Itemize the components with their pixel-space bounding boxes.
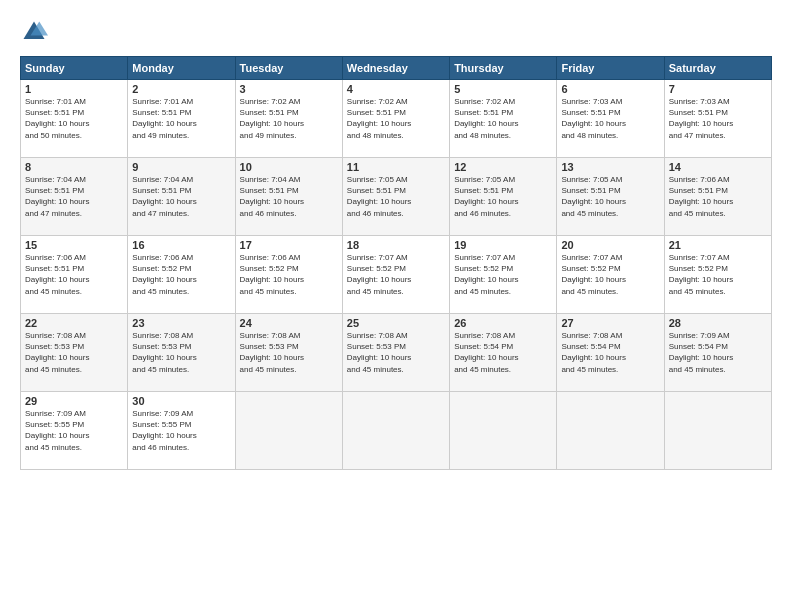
calendar-day: 5Sunrise: 7:02 AM Sunset: 5:51 PM Daylig…	[450, 80, 557, 158]
calendar-day: 22Sunrise: 7:08 AM Sunset: 5:53 PM Dayli…	[21, 314, 128, 392]
day-number: 4	[347, 83, 445, 95]
day-number: 23	[132, 317, 230, 329]
day-info: Sunrise: 7:08 AM Sunset: 5:53 PM Dayligh…	[240, 330, 338, 375]
logo-icon	[20, 18, 48, 46]
page: SundayMondayTuesdayWednesdayThursdayFrid…	[0, 0, 792, 612]
calendar-day: 12Sunrise: 7:05 AM Sunset: 5:51 PM Dayli…	[450, 158, 557, 236]
day-number: 12	[454, 161, 552, 173]
day-number: 18	[347, 239, 445, 251]
weekday-header: Saturday	[664, 57, 771, 80]
day-info: Sunrise: 7:08 AM Sunset: 5:53 PM Dayligh…	[347, 330, 445, 375]
calendar-body: 1Sunrise: 7:01 AM Sunset: 5:51 PM Daylig…	[21, 80, 772, 470]
calendar-day: 13Sunrise: 7:05 AM Sunset: 5:51 PM Dayli…	[557, 158, 664, 236]
day-number: 16	[132, 239, 230, 251]
calendar-week-row: 15Sunrise: 7:06 AM Sunset: 5:51 PM Dayli…	[21, 236, 772, 314]
calendar-day: 18Sunrise: 7:07 AM Sunset: 5:52 PM Dayli…	[342, 236, 449, 314]
day-info: Sunrise: 7:07 AM Sunset: 5:52 PM Dayligh…	[347, 252, 445, 297]
day-info: Sunrise: 7:05 AM Sunset: 5:51 PM Dayligh…	[561, 174, 659, 219]
calendar-day: 29Sunrise: 7:09 AM Sunset: 5:55 PM Dayli…	[21, 392, 128, 470]
day-info: Sunrise: 7:03 AM Sunset: 5:51 PM Dayligh…	[561, 96, 659, 141]
calendar-day: 24Sunrise: 7:08 AM Sunset: 5:53 PM Dayli…	[235, 314, 342, 392]
day-info: Sunrise: 7:05 AM Sunset: 5:51 PM Dayligh…	[347, 174, 445, 219]
calendar-week-row: 29Sunrise: 7:09 AM Sunset: 5:55 PM Dayli…	[21, 392, 772, 470]
calendar-day: 28Sunrise: 7:09 AM Sunset: 5:54 PM Dayli…	[664, 314, 771, 392]
calendar-day: 6Sunrise: 7:03 AM Sunset: 5:51 PM Daylig…	[557, 80, 664, 158]
day-number: 29	[25, 395, 123, 407]
calendar-day: 23Sunrise: 7:08 AM Sunset: 5:53 PM Dayli…	[128, 314, 235, 392]
day-number: 26	[454, 317, 552, 329]
day-number: 5	[454, 83, 552, 95]
day-number: 24	[240, 317, 338, 329]
day-number: 2	[132, 83, 230, 95]
day-number: 14	[669, 161, 767, 173]
weekday-header: Thursday	[450, 57, 557, 80]
calendar-day: 8Sunrise: 7:04 AM Sunset: 5:51 PM Daylig…	[21, 158, 128, 236]
calendar-day: 15Sunrise: 7:06 AM Sunset: 5:51 PM Dayli…	[21, 236, 128, 314]
day-info: Sunrise: 7:04 AM Sunset: 5:51 PM Dayligh…	[25, 174, 123, 219]
day-info: Sunrise: 7:09 AM Sunset: 5:54 PM Dayligh…	[669, 330, 767, 375]
day-info: Sunrise: 7:02 AM Sunset: 5:51 PM Dayligh…	[454, 96, 552, 141]
calendar-week-row: 1Sunrise: 7:01 AM Sunset: 5:51 PM Daylig…	[21, 80, 772, 158]
day-info: Sunrise: 7:04 AM Sunset: 5:51 PM Dayligh…	[132, 174, 230, 219]
day-info: Sunrise: 7:08 AM Sunset: 5:54 PM Dayligh…	[454, 330, 552, 375]
weekday-header: Sunday	[21, 57, 128, 80]
day-number: 6	[561, 83, 659, 95]
calendar-day: 26Sunrise: 7:08 AM Sunset: 5:54 PM Dayli…	[450, 314, 557, 392]
weekday-header: Monday	[128, 57, 235, 80]
day-info: Sunrise: 7:07 AM Sunset: 5:52 PM Dayligh…	[669, 252, 767, 297]
day-info: Sunrise: 7:06 AM Sunset: 5:52 PM Dayligh…	[132, 252, 230, 297]
calendar-day: 25Sunrise: 7:08 AM Sunset: 5:53 PM Dayli…	[342, 314, 449, 392]
calendar-day: 1Sunrise: 7:01 AM Sunset: 5:51 PM Daylig…	[21, 80, 128, 158]
day-info: Sunrise: 7:09 AM Sunset: 5:55 PM Dayligh…	[25, 408, 123, 453]
calendar-day: 2Sunrise: 7:01 AM Sunset: 5:51 PM Daylig…	[128, 80, 235, 158]
calendar-day: 16Sunrise: 7:06 AM Sunset: 5:52 PM Dayli…	[128, 236, 235, 314]
day-info: Sunrise: 7:08 AM Sunset: 5:53 PM Dayligh…	[25, 330, 123, 375]
day-info: Sunrise: 7:05 AM Sunset: 5:51 PM Dayligh…	[454, 174, 552, 219]
day-number: 17	[240, 239, 338, 251]
calendar-day: 9Sunrise: 7:04 AM Sunset: 5:51 PM Daylig…	[128, 158, 235, 236]
day-info: Sunrise: 7:06 AM Sunset: 5:52 PM Dayligh…	[240, 252, 338, 297]
calendar-empty	[235, 392, 342, 470]
day-info: Sunrise: 7:07 AM Sunset: 5:52 PM Dayligh…	[454, 252, 552, 297]
day-info: Sunrise: 7:07 AM Sunset: 5:52 PM Dayligh…	[561, 252, 659, 297]
weekday-header: Friday	[557, 57, 664, 80]
day-info: Sunrise: 7:02 AM Sunset: 5:51 PM Dayligh…	[347, 96, 445, 141]
day-number: 22	[25, 317, 123, 329]
day-number: 30	[132, 395, 230, 407]
logo	[20, 18, 52, 46]
day-number: 28	[669, 317, 767, 329]
day-number: 8	[25, 161, 123, 173]
day-number: 20	[561, 239, 659, 251]
calendar-empty	[664, 392, 771, 470]
day-number: 13	[561, 161, 659, 173]
calendar-day: 11Sunrise: 7:05 AM Sunset: 5:51 PM Dayli…	[342, 158, 449, 236]
calendar-day: 30Sunrise: 7:09 AM Sunset: 5:55 PM Dayli…	[128, 392, 235, 470]
day-number: 3	[240, 83, 338, 95]
day-number: 25	[347, 317, 445, 329]
day-info: Sunrise: 7:09 AM Sunset: 5:55 PM Dayligh…	[132, 408, 230, 453]
day-info: Sunrise: 7:01 AM Sunset: 5:51 PM Dayligh…	[132, 96, 230, 141]
day-number: 11	[347, 161, 445, 173]
day-number: 15	[25, 239, 123, 251]
header	[20, 18, 772, 46]
day-info: Sunrise: 7:06 AM Sunset: 5:51 PM Dayligh…	[25, 252, 123, 297]
day-number: 21	[669, 239, 767, 251]
calendar-day: 21Sunrise: 7:07 AM Sunset: 5:52 PM Dayli…	[664, 236, 771, 314]
weekday-header: Wednesday	[342, 57, 449, 80]
calendar-day: 20Sunrise: 7:07 AM Sunset: 5:52 PM Dayli…	[557, 236, 664, 314]
day-number: 9	[132, 161, 230, 173]
day-number: 1	[25, 83, 123, 95]
day-info: Sunrise: 7:08 AM Sunset: 5:54 PM Dayligh…	[561, 330, 659, 375]
day-number: 27	[561, 317, 659, 329]
calendar-day: 3Sunrise: 7:02 AM Sunset: 5:51 PM Daylig…	[235, 80, 342, 158]
calendar-day: 7Sunrise: 7:03 AM Sunset: 5:51 PM Daylig…	[664, 80, 771, 158]
day-info: Sunrise: 7:08 AM Sunset: 5:53 PM Dayligh…	[132, 330, 230, 375]
weekday-header: Tuesday	[235, 57, 342, 80]
weekday-header-row: SundayMondayTuesdayWednesdayThursdayFrid…	[21, 57, 772, 80]
calendar-day: 27Sunrise: 7:08 AM Sunset: 5:54 PM Dayli…	[557, 314, 664, 392]
calendar: SundayMondayTuesdayWednesdayThursdayFrid…	[20, 56, 772, 470]
calendar-empty	[557, 392, 664, 470]
day-info: Sunrise: 7:02 AM Sunset: 5:51 PM Dayligh…	[240, 96, 338, 141]
day-number: 7	[669, 83, 767, 95]
day-number: 19	[454, 239, 552, 251]
